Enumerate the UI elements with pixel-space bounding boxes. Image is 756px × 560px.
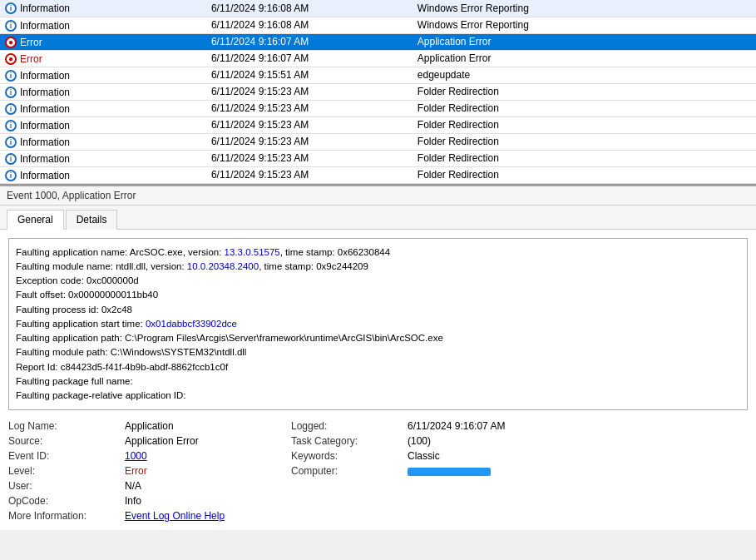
info-icon: i: [5, 136, 17, 148]
event-detail-line: Faulting package-relative application ID…: [16, 389, 740, 403]
source-label: Source:: [8, 435, 125, 447]
table-row[interactable]: iInformation6/11/2024 9:15:51 AMedgeupda…: [0, 67, 756, 83]
event-log-table: iInformation6/11/2024 9:16:08 AMWindows …: [0, 0, 756, 184]
user-label: User:: [8, 480, 125, 492]
table-row[interactable]: iInformation6/11/2024 9:15:23 AMFolder R…: [0, 133, 756, 150]
table-row[interactable]: iInformation6/11/2024 9:15:23 AMFolder R…: [0, 100, 756, 116]
info-icon: i: [5, 87, 17, 98]
level-label: Information: [20, 170, 70, 181]
event-header-bar: Event 1000, Application Error: [0, 186, 756, 206]
table-row[interactable]: iInformation6/11/2024 9:15:23 AMFolder R…: [0, 83, 756, 100]
logged-value: 6/11/2024 9:16:07 AM: [408, 420, 574, 432]
table-row[interactable]: iInformation6/11/2024 9:15:23 AMFolder R…: [0, 166, 756, 183]
highlight-text: 0x01dabbcf33902dce: [146, 319, 237, 329]
row-source: Application Error: [413, 33, 756, 50]
level-label: Error: [20, 53, 42, 65]
row-date: 6/11/2024 9:15:23 AM: [206, 166, 413, 183]
error-icon: ●: [5, 53, 17, 65]
info-icon: i: [5, 120, 17, 131]
row-date: 6/11/2024 9:15:23 AM: [206, 150, 413, 166]
level-label: Information: [20, 2, 70, 14]
level-label: Information: [20, 20, 70, 32]
event-detail-line: Faulting module name: ntdll.dll, version…: [16, 260, 740, 274]
row-source: Folder Redirection: [413, 166, 756, 183]
event-detail-line: Faulting process id: 0x2c48: [16, 303, 740, 317]
row-date: 6/11/2024 9:16:07 AM: [206, 33, 413, 50]
more-info-link[interactable]: Event Log Online Help: [125, 510, 291, 522]
tab-details[interactable]: Details: [66, 210, 118, 230]
level-value: Error: [125, 465, 291, 477]
more-info-label: More Information:: [8, 510, 125, 522]
level-label: Level:: [8, 465, 125, 477]
event-detail-line: Report Id: c84423d5-f41f-4b9b-abdf-8862f…: [16, 360, 740, 374]
info-icon: i: [5, 20, 17, 32]
info-icon: i: [5, 70, 17, 82]
table-row[interactable]: iInformation6/11/2024 9:15:23 AMFolder R…: [0, 150, 756, 166]
logged-label: Logged:: [291, 420, 408, 432]
row-source: Application Error: [413, 50, 756, 67]
error-icon: ●: [5, 37, 17, 48]
level-label: Information: [20, 136, 70, 148]
table-row[interactable]: iInformation6/11/2024 9:16:08 AMWindows …: [0, 0, 756, 17]
row-date: 6/11/2024 9:15:23 AM: [206, 116, 413, 133]
opcode-label: OpCode:: [8, 495, 125, 507]
row-source: Folder Redirection: [413, 83, 756, 100]
event-detail-line: Exception code: 0xc000000d: [16, 274, 740, 288]
source-value: Application Error: [125, 435, 291, 447]
tabs-container: General Details: [0, 206, 756, 230]
event-log-table-container: iInformation6/11/2024 9:16:08 AMWindows …: [0, 0, 756, 186]
event-detail-line: Faulting application start time: 0x01dab…: [16, 317, 740, 331]
row-source: Folder Redirection: [413, 116, 756, 133]
row-date: 6/11/2024 9:15:23 AM: [206, 83, 413, 100]
keywords-label: Keywords:: [291, 450, 408, 462]
table-row[interactable]: ●Error6/11/2024 9:16:07 AMApplication Er…: [0, 33, 756, 50]
task-category-value: (100): [408, 435, 574, 447]
event-detail-line: Faulting application path: C:\Program Fi…: [16, 331, 740, 345]
event-detail-line: Faulting application name: ArcSOC.exe, v…: [16, 245, 740, 260]
row-date: 6/11/2024 9:15:23 AM: [206, 100, 413, 116]
row-source: Windows Error Reporting: [413, 17, 756, 33]
metadata-grid: Log Name: Application Logged: 6/11/2024 …: [8, 420, 748, 522]
log-name-label: Log Name:: [8, 420, 125, 432]
level-label: Error: [20, 37, 42, 48]
row-date: 6/11/2024 9:16:07 AM: [206, 50, 413, 67]
table-row[interactable]: ●Error6/11/2024 9:16:07 AMApplication Er…: [0, 50, 756, 67]
table-row[interactable]: iInformation6/11/2024 9:15:23 AMFolder R…: [0, 116, 756, 133]
level-label: Information: [20, 103, 70, 115]
log-name-value: Application: [125, 420, 291, 432]
keywords-value: Classic: [408, 450, 574, 462]
highlight-text: 10.0.20348.2400: [187, 261, 259, 271]
level-label: Information: [20, 87, 70, 98]
info-icon: i: [5, 2, 17, 14]
event-detail-line: Faulting package full name:: [16, 374, 740, 389]
row-source: Folder Redirection: [413, 150, 756, 166]
info-icon: i: [5, 153, 17, 165]
event-header-title: Event 1000, Application Error: [7, 190, 136, 201]
row-date: 6/11/2024 9:16:08 AM: [206, 0, 413, 17]
row-date: 6/11/2024 9:15:23 AM: [206, 133, 413, 150]
user-value: N/A: [125, 480, 291, 492]
tab-general[interactable]: General: [7, 210, 64, 230]
level-label: Information: [20, 70, 70, 82]
computer-label: Computer:: [291, 465, 408, 477]
row-source: edgeupdate: [413, 67, 756, 83]
task-category-label: Task Category:: [291, 435, 408, 447]
event-text-box: Faulting application name: ArcSOC.exe, v…: [8, 238, 748, 411]
level-label: Information: [20, 153, 70, 165]
event-id-value[interactable]: 1000: [125, 450, 291, 462]
level-label: Information: [20, 120, 70, 131]
row-source: Folder Redirection: [413, 133, 756, 150]
row-date: 6/11/2024 9:16:08 AM: [206, 17, 413, 33]
event-detail-line: Fault offset: 0x00000000011bb40: [16, 288, 740, 302]
detail-panel: Faulting application name: ArcSOC.exe, v…: [0, 230, 756, 531]
highlight-text: 13.3.0.51575: [225, 247, 280, 257]
info-icon: i: [5, 103, 17, 115]
table-row[interactable]: iInformation6/11/2024 9:16:08 AMWindows …: [0, 17, 756, 33]
row-date: 6/11/2024 9:15:51 AM: [206, 67, 413, 83]
computer-value: [408, 465, 574, 477]
computer-redacted-bar: [408, 468, 491, 476]
row-source: Folder Redirection: [413, 100, 756, 116]
event-detail-line: Faulting module path: C:\Windows\SYSTEM3…: [16, 345, 740, 359]
event-id-label: Event ID:: [8, 450, 125, 462]
opcode-value: Info: [125, 495, 291, 507]
